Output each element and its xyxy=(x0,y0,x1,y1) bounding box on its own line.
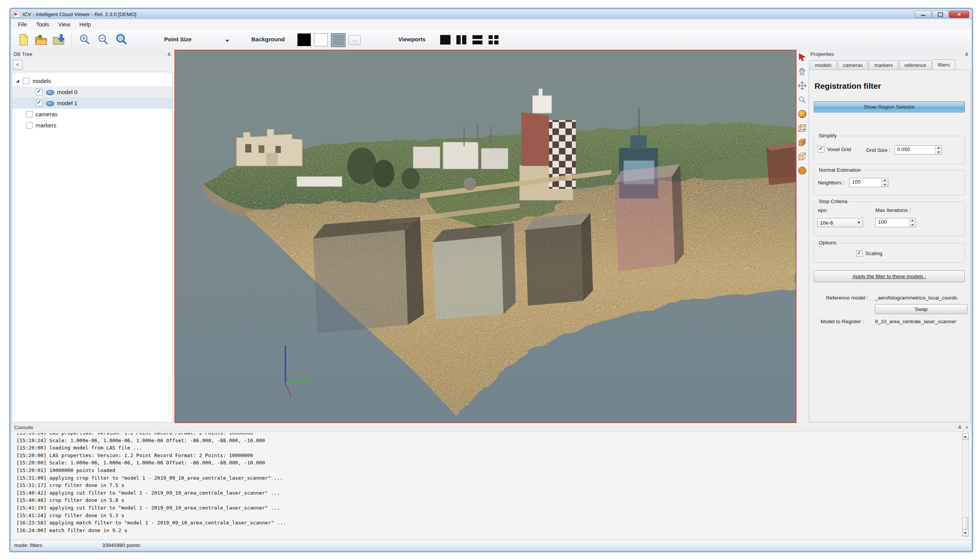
grid-size-value[interactable]: 0.050 xyxy=(895,146,935,154)
titlebar[interactable]: ICV - Intelligent Cloud Viewer - Rel. 2.… xyxy=(11,10,971,19)
tree-label-cameras[interactable]: cameras xyxy=(35,111,58,117)
new-file-button[interactable] xyxy=(16,32,32,47)
zoom-out-icon xyxy=(97,34,109,46)
region-box-5[interactable] xyxy=(766,143,796,185)
models-checkbox[interactable] xyxy=(23,78,30,84)
tree-label-model1[interactable]: model 1 xyxy=(57,100,77,106)
viewport-quad-button[interactable] xyxy=(487,32,500,47)
import-button[interactable] xyxy=(51,32,67,47)
tab-filters[interactable]: filters xyxy=(932,59,955,70)
region-box-2[interactable] xyxy=(432,223,516,320)
show-region-selector-button[interactable]: Show Region Selector xyxy=(814,102,965,112)
console-scrollbar[interactable] xyxy=(962,433,969,537)
model1-checkbox[interactable] xyxy=(36,100,42,106)
scroll-up-icon[interactable] xyxy=(962,433,969,440)
menu-view[interactable]: View xyxy=(54,20,74,29)
tab-cameras[interactable]: cameras xyxy=(838,60,869,70)
spin-down-icon[interactable] xyxy=(909,223,916,227)
tree-label-models[interactable]: models xyxy=(33,78,51,84)
dbtree-collapse-button[interactable]: < xyxy=(13,60,23,70)
model0-checkbox[interactable] xyxy=(36,89,42,95)
wire-cube-icon xyxy=(798,123,807,133)
match-box-button[interactable] xyxy=(797,150,807,163)
swap-button[interactable]: Swap xyxy=(875,304,967,314)
pan-tool-button[interactable] xyxy=(797,65,807,78)
neighbors-spinner[interactable]: 100 xyxy=(849,178,888,187)
menu-file[interactable]: File xyxy=(14,20,31,29)
region-box-4[interactable] xyxy=(614,165,684,272)
sphere-region-button[interactable] xyxy=(797,165,807,177)
tree-row-model1[interactable]: model 1 xyxy=(12,98,173,108)
console-pin-icon[interactable] xyxy=(957,425,962,430)
console-close-icon[interactable]: × xyxy=(965,425,968,430)
tab-markers[interactable]: markers xyxy=(869,60,898,70)
zoom-fit-button[interactable] xyxy=(113,32,130,47)
tree-label-model0[interactable]: model 0 xyxy=(57,89,77,95)
region-box-3[interactable] xyxy=(525,213,593,306)
maximize-button[interactable] xyxy=(932,11,949,18)
background-swatch-gray[interactable] xyxy=(331,33,345,47)
tree-row-models[interactable]: models xyxy=(12,75,173,87)
grid-size-spinner[interactable]: 0.050 xyxy=(894,145,942,155)
point-cloud-scene[interactable] xyxy=(175,50,796,422)
background-swatch-white[interactable] xyxy=(314,33,328,46)
move-tool-button[interactable] xyxy=(797,80,807,92)
properties-pin-icon[interactable] xyxy=(964,52,969,57)
viewport-two-horizontal-button[interactable] xyxy=(471,32,484,47)
properties-header: Properties xyxy=(808,50,971,58)
maximize-icon xyxy=(938,12,943,17)
model-to-register-label: Model to Register : xyxy=(821,318,864,324)
new-file-icon xyxy=(18,34,30,46)
minimize-button[interactable] xyxy=(915,11,932,18)
voxel-grid-checkbox[interactable] xyxy=(818,146,824,153)
tab-models[interactable]: models xyxy=(809,60,837,70)
max-iterations-value[interactable]: 100 xyxy=(876,218,909,227)
zoom-tool-button[interactable] xyxy=(797,94,807,106)
cut-box-button[interactable] xyxy=(797,136,807,148)
viewport-single-button[interactable] xyxy=(439,32,452,47)
scroll-thumb[interactable] xyxy=(962,517,968,529)
cameras-checkbox[interactable] xyxy=(26,111,33,117)
tab-reference[interactable]: reference xyxy=(899,60,932,70)
tree-row-markers[interactable]: markers xyxy=(12,120,173,131)
scroll-down-icon[interactable] xyxy=(962,530,969,536)
dbtree-pin-icon[interactable] xyxy=(167,52,172,57)
neighbors-value[interactable]: 100 xyxy=(850,178,881,187)
dbtree-title: DB Tree xyxy=(13,51,33,57)
console-header: Console × xyxy=(11,423,971,432)
properties-title: Properties xyxy=(810,51,834,57)
max-iterations-spinner[interactable]: 100 xyxy=(875,218,916,227)
console-log: [15:19:24] LAS properties: Version: 1.2 … xyxy=(17,433,960,537)
spin-up-icon[interactable] xyxy=(909,218,916,223)
viewport-two-vertical-button[interactable] xyxy=(455,32,468,47)
spin-down-icon[interactable] xyxy=(882,182,888,187)
viewport-3d[interactable] xyxy=(175,50,797,423)
markers-checkbox[interactable] xyxy=(26,122,33,128)
tree-label-markers[interactable]: markers xyxy=(35,122,56,128)
menu-help[interactable]: Help xyxy=(75,20,95,29)
render-mode-button[interactable] xyxy=(797,108,807,120)
point-size-dropdown-arrow[interactable] xyxy=(225,40,229,42)
crop-box-button[interactable] xyxy=(797,122,807,134)
menu-tools[interactable]: Tools xyxy=(32,20,53,29)
close-button[interactable]: ✕ xyxy=(949,11,969,18)
select-tool-button[interactable] xyxy=(797,51,807,63)
eps-combobox[interactable]: 10e-6 xyxy=(817,218,863,227)
viewport-tool-column xyxy=(797,50,808,423)
console-line: [15:41:19] applying cut filter to "model… xyxy=(17,504,960,512)
spin-up-icon[interactable] xyxy=(936,146,942,150)
wire-cube-face-icon xyxy=(798,152,807,161)
background-swatch-black[interactable] xyxy=(297,33,311,46)
tree-row-cameras[interactable]: cameras xyxy=(12,108,173,120)
apply-filter-button[interactable]: Apply the filter to these models : xyxy=(814,270,965,282)
tree-row-model0[interactable]: model 0 xyxy=(12,87,173,98)
zoom-in-button[interactable] xyxy=(77,32,93,47)
background-more-button[interactable]: ... xyxy=(349,35,361,45)
region-box-1[interactable] xyxy=(313,217,424,333)
scaling-checkbox[interactable] xyxy=(856,250,863,257)
open-file-button[interactable] xyxy=(33,32,49,47)
zoom-out-button[interactable] xyxy=(95,32,111,47)
spin-up-icon[interactable] xyxy=(882,178,888,182)
tree-expander-icon[interactable] xyxy=(16,80,19,83)
spin-down-icon[interactable] xyxy=(936,150,942,154)
